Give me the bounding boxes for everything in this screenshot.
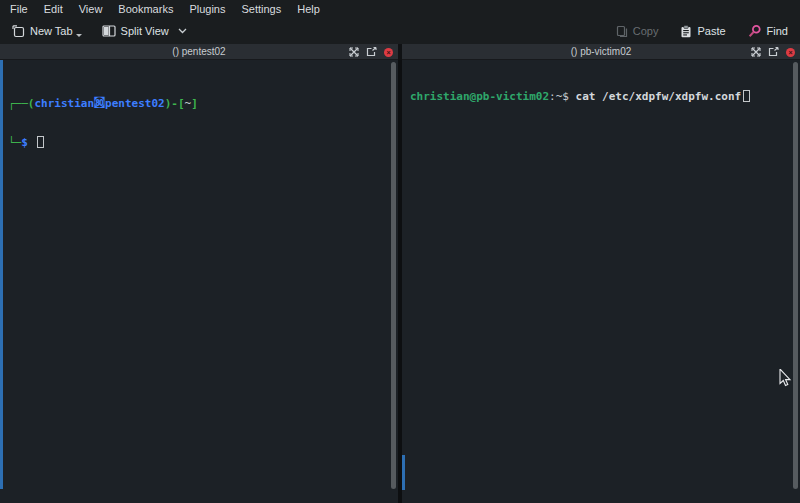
split-headers: () pentest02 × () pb-vict <box>0 44 800 60</box>
find-label: Find <box>767 25 788 37</box>
find-button[interactable]: Find <box>742 21 794 41</box>
terminal-split-container: ┌──(christian㉏pentest02)-[~] └─$ christi… <box>0 60 800 503</box>
right-pane-header[interactable]: () pb-victim02 × <box>402 44 800 60</box>
terminal-output: ┌──(christian㉏pentest02)-[~] └─$ <box>8 71 198 175</box>
menu-settings[interactable]: Settings <box>233 1 289 17</box>
prompt-segment: christian㉏pentest02 <box>35 97 165 110</box>
new-tab-button[interactable]: New Tab <box>6 22 88 41</box>
copy-button[interactable]: Copy <box>610 22 665 41</box>
terminal-cursor <box>37 136 44 148</box>
prompt-segment: $ <box>21 136 28 149</box>
prompt-line-1: ┌──(christian㉏pentest02)-[~] <box>8 97 198 110</box>
copy-icon <box>616 25 628 38</box>
left-pane-header[interactable]: () pentest02 × <box>0 44 398 60</box>
maximize-view-icon[interactable] <box>751 47 761 57</box>
menu-bookmarks[interactable]: Bookmarks <box>110 1 181 17</box>
paste-label: Paste <box>697 25 725 37</box>
prompt-segment: ] <box>191 97 198 110</box>
menu-plugins[interactable]: Plugins <box>181 1 233 17</box>
right-pane-scrollbar[interactable] <box>793 62 798 489</box>
new-tab-dropdown-caret[interactable] <box>76 34 82 37</box>
menu-file[interactable]: File <box>2 1 36 17</box>
close-view-button[interactable]: × <box>786 48 795 57</box>
new-tab-label: New Tab <box>30 25 73 37</box>
terminal-cursor <box>743 90 750 102</box>
menu-view[interactable]: View <box>71 1 111 17</box>
detach-view-icon[interactable] <box>768 47 779 57</box>
prompt-segment: )-[ <box>165 97 185 110</box>
detach-view-icon[interactable] <box>366 47 377 57</box>
find-icon <box>748 24 762 38</box>
terminal-output: christian@pb-victim02:~$ cat /etc/xdpfw/… <box>410 64 750 129</box>
scroll-highlight-bar <box>0 60 3 489</box>
copy-label: Copy <box>633 25 659 37</box>
split-view-chevron-icon[interactable] <box>178 28 187 34</box>
scroll-highlight-bar <box>402 455 405 490</box>
menu-bar: File Edit View Bookmarks Plugins Setting… <box>0 0 800 18</box>
prompt-segment: $ <box>562 90 575 103</box>
prompt-segment: cat /etc/xdpfw/xdpfw.conf <box>576 90 742 103</box>
terminal-pane-pentest02[interactable]: ┌──(christian㉏pentest02)-[~] └─$ <box>0 60 398 503</box>
prompt-segment <box>28 136 35 149</box>
split-view-icon <box>102 25 116 37</box>
left-pane-title: () pentest02 <box>172 46 225 57</box>
paste-icon <box>680 25 692 38</box>
main-toolbar: New Tab Split View <box>0 18 800 44</box>
menu-edit[interactable]: Edit <box>36 1 71 17</box>
prompt-segment: └─ <box>8 136 21 149</box>
new-tab-icon <box>12 25 25 38</box>
prompt-line: christian@pb-victim02:~$ cat /etc/xdpfw/… <box>410 90 750 103</box>
prompt-segment: ┌──( <box>8 97 35 110</box>
maximize-view-icon[interactable] <box>349 47 359 57</box>
mouse-cursor <box>779 369 793 389</box>
konsole-window: File Edit View Bookmarks Plugins Setting… <box>0 0 800 503</box>
prompt-segment: christian@pb-victim02 <box>410 90 549 103</box>
split-view-label: Split View <box>121 25 169 37</box>
left-pane-scrollbar[interactable] <box>391 62 396 489</box>
right-pane-title: () pb-victim02 <box>571 46 632 57</box>
close-view-button[interactable]: × <box>384 48 393 57</box>
paste-button[interactable]: Paste <box>674 22 731 41</box>
prompt-line-2: └─$ <box>8 136 198 149</box>
split-view-button[interactable]: Split View <box>96 22 193 40</box>
menu-help[interactable]: Help <box>289 1 328 17</box>
terminal-pane-pb-victim02[interactable]: christian@pb-victim02:~$ cat /etc/xdpfw/… <box>402 60 800 503</box>
prompt-segment: : <box>549 90 556 103</box>
